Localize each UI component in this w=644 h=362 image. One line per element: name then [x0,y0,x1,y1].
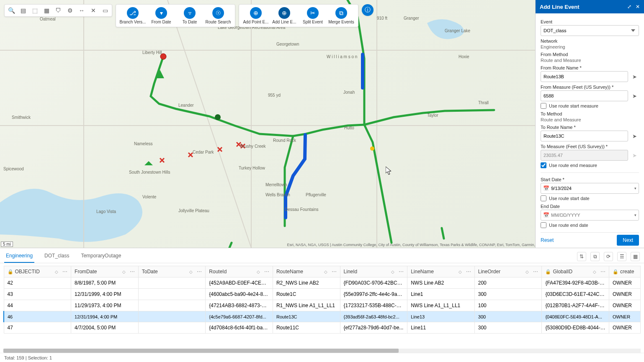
branch-versioning-button[interactable]: ⎇Branch Vers... [119,6,146,25]
column-menu-icon[interactable]: ⋯ [598,269,605,275]
column-menu-icon[interactable]: ⋯ [464,269,471,275]
table-row[interactable]: 4312/31/1999, 4:00 PM{4600abc5-ba90-4e24… [4,289,641,300]
cell-globalid[interactable]: {FA47E394-92F8-4D3B-A... [542,277,609,289]
search-icon[interactable]: 🔍 [7,6,15,15]
sort-icon[interactable]: ◇ [189,270,193,274]
sort-icon[interactable]: ◇ [391,270,394,274]
cell-fromdate[interactable]: 4/7/2004, 5:00 PM [71,322,139,334]
close-icon[interactable]: ✕ [636,4,640,10]
column-header[interactable]: RouteId◇⋯ [206,266,273,277]
cell-objectid[interactable]: 43 [4,289,71,300]
cell-lineid[interactable]: {ef277a28-79d6-40d7-be... [340,322,407,334]
to-date-button[interactable]: ▿To Date [176,6,203,25]
column-menu-icon[interactable]: ⋯ [531,269,538,275]
column-menu-icon[interactable]: ⋯ [60,269,67,275]
column-header[interactable]: 🔒GlobalID◇⋯ [542,266,609,277]
column-menu-icon[interactable]: ⋯ [127,269,135,275]
chevron-down-icon[interactable]: ▾ [634,186,636,190]
chevron-down-icon[interactable]: ▾ [634,213,636,217]
cell-routename[interactable]: R1_NWS Line A1_L1_LL1 [273,300,340,311]
start-date-input[interactable] [541,183,639,194]
cell-create[interactable]: OWNER [609,277,640,289]
cell-lineorder[interactable]: 200 [474,277,542,289]
shape-icon[interactable]: ▭ [101,6,109,15]
column-menu-icon[interactable]: ⋯ [329,269,337,275]
cell-objectid[interactable]: 47 [4,322,71,334]
cell-lineid[interactable]: {55e3997d-2ffc-4e4c-9a6... [340,289,407,300]
sort-tool-icon[interactable]: ⇅ [577,252,586,261]
table-row[interactable]: 474/7/2004, 5:00 PM{4d7084c8-6cf4-40f1-b… [4,322,641,334]
reset-button[interactable]: Reset [541,237,554,243]
cell-lineid[interactable]: {17233217-535B-488C-82... [340,300,407,311]
sort-icon[interactable]: ◇ [257,270,260,274]
options-tool-icon[interactable]: ☰ [617,252,626,261]
table-row[interactable]: 428/8/1987, 5:00 PM{452A9ABD-E0EF-4CEB-B… [4,277,641,289]
cell-create[interactable]: OWNER [609,300,640,311]
end-date-input[interactable] [541,210,639,221]
cell-lineorder[interactable]: 300 [474,322,542,334]
horizontal-scrollbar[interactable] [3,349,641,353]
column-header[interactable]: LineOrder◇⋯ [474,266,542,277]
cell-todate[interactable] [138,289,206,300]
cell-linename[interactable]: Line1 [407,289,475,300]
table-row[interactable]: 4612/31/1994, 4:00 PM{4c5e79a6-6687-4207… [4,311,641,322]
column-menu-icon[interactable]: ⋯ [194,269,202,275]
filter-tool-icon[interactable]: ⧉ [590,252,600,261]
add-point-event-button[interactable]: ⊕Add Point E... [242,6,269,25]
measure-icon[interactable]: ↔ [77,6,86,15]
use-route-end-date-checkbox[interactable] [541,222,546,228]
cell-routeid[interactable]: {47214AB3-6882-4873-94... [206,300,273,311]
tab-temporaryoutage[interactable]: TemporaryOutage [79,249,123,263]
cell-todate[interactable] [138,311,206,322]
tab-dot_class[interactable]: DOT_class [43,249,71,263]
cell-globalid[interactable]: {03D6EC3D-61E7-424C-9... [542,289,609,300]
use-route-end-measure-checkbox[interactable] [541,162,546,168]
route-search-button[interactable]: ☉Route Search [205,6,232,25]
cell-routename[interactable]: R2_NWS Line AB2 [273,277,340,289]
cell-create[interactable]: OWNER [609,311,640,322]
info-button[interactable]: ⓘ [362,4,374,16]
cell-routename[interactable]: Route11C [273,322,340,334]
column-header[interactable]: LineId◇⋯ [340,266,407,277]
column-header[interactable]: RouteName◇⋯ [273,266,340,277]
refresh-tool-icon[interactable]: ⟳ [604,252,613,261]
cell-globalid[interactable]: {012B70B1-A2F7-4A4F-9... [542,300,609,311]
sort-icon[interactable]: ◇ [593,270,596,274]
to-route-input[interactable] [541,131,628,141]
basemap-icon[interactable]: ⬚ [31,6,39,15]
column-header[interactable]: ToDate◇⋯ [138,266,206,277]
merge-events-button[interactable]: ⧉Merge Events [328,6,355,25]
cell-fromdate[interactable]: 12/31/1999, 4:00 PM [71,289,139,300]
use-route-start-date-checkbox[interactable] [541,195,546,201]
cell-linename[interactable]: NWS Line AB2 [407,277,475,289]
cell-objectid[interactable]: 42 [4,277,71,289]
sort-icon[interactable]: ◇ [122,270,126,274]
cell-globalid[interactable]: {53080D9D-ED8B-4044-9... [542,322,609,334]
add-line-event-button[interactable]: ⊕Add Line E... [271,6,298,25]
cell-routeid[interactable]: {452A9ABD-E0EF-4CEB-B... [206,277,273,289]
bookmark-icon[interactable]: ⛉ [54,6,62,15]
cell-routename[interactable]: Route1C [273,289,340,300]
column-header[interactable]: 🔒OBJECTID◇⋯ [4,266,71,277]
cell-lineid[interactable]: {FD90A03C-9706-42BC-9... [340,277,407,289]
column-menu-icon[interactable]: ⋯ [396,269,404,275]
cell-routename[interactable]: Route13C [273,311,340,322]
split-event-button[interactable]: ✂Split Event [299,6,326,25]
from-measure-input[interactable] [541,90,628,101]
cell-todate[interactable] [138,300,206,311]
cell-lineorder[interactable]: 300 [474,289,542,300]
column-header[interactable]: LineName◇⋯ [407,266,475,277]
sort-icon[interactable]: ◇ [324,270,327,274]
event-select[interactable]: DOT_class [541,25,639,36]
cell-linename[interactable]: Line11 [407,322,475,334]
table-row[interactable]: 4411/29/1973, 4:00 PM{47214AB3-6882-4873… [4,300,641,311]
grid-icon[interactable]: ▦ [42,6,51,15]
column-menu-icon[interactable]: ⋯ [262,269,269,275]
cell-lineorder[interactable]: 100 [474,300,542,311]
cell-routeid[interactable]: {4d7084c8-6cf4-40f1-ba3... [206,322,273,334]
cell-fromdate[interactable]: 11/29/1973, 4:00 PM [71,300,139,311]
from-date-button[interactable]: ▾From Date [148,6,175,25]
cell-create[interactable]: OWNER [609,322,640,334]
cell-routeid[interactable]: {4600abc5-ba90-4e24-8a... [206,289,273,300]
cell-fromdate[interactable]: 8/8/1987, 5:00 PM [71,277,139,289]
